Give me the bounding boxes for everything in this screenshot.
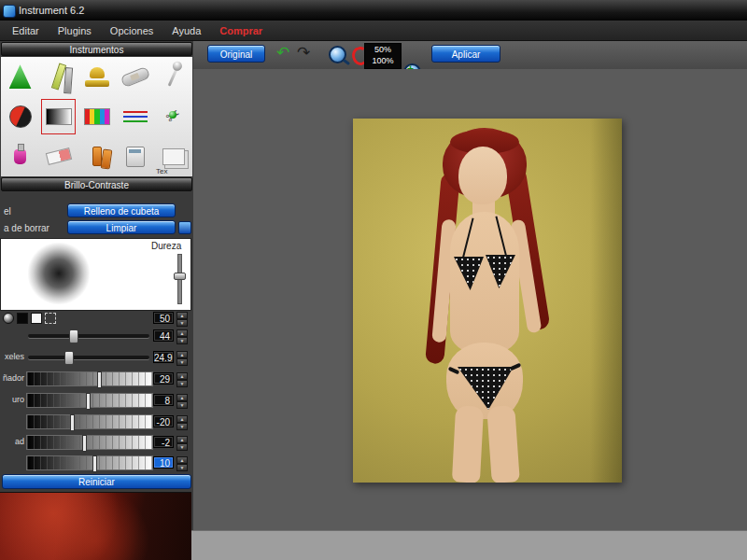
slider-spinner: ▲ ▼ [176,394,188,407]
slider-row: ad -2 ▲ ▼ [0,435,191,450]
spin-down-button[interactable]: ▼ [176,358,188,366]
slider-label: ñador [0,373,24,383]
redo-icon[interactable]: ↷ [293,44,314,63]
tool-bandage-icon[interactable] [116,57,154,97]
slider-row: 44 ▲ ▼ [0,329,191,343]
spin-up-button[interactable]: ▲ [176,394,188,401]
spin-up-button[interactable]: ▲ [176,456,188,464]
menu-item-comprar[interactable]: Comprar [211,23,271,38]
original-button[interactable]: Original [207,45,265,63]
tool-colorbars-icon[interactable] [78,97,116,137]
tool-gradient-icon[interactable] [39,97,78,137]
tool-perfume-icon[interactable] [1,136,39,176]
slider-row: uro 8 ▲ ▼ [0,393,191,408]
slider-track[interactable] [26,435,153,450]
menu-item-ayuda[interactable]: Ayuda [163,23,209,38]
slider-value[interactable]: -20 [153,415,174,427]
app-icon [3,5,16,18]
slider-track[interactable] [26,414,153,429]
menu-bar: Editar Plugins Opciones Ayuda Comprar [0,21,747,41]
menu-item-opciones[interactable]: Opciones [102,23,162,38]
slider-track[interactable] [28,334,149,338]
spin-down-button[interactable]: ▼ [176,401,188,409]
tool-strokes-icon[interactable] [116,97,154,137]
tool-cone-icon[interactable] [1,57,39,97]
slider-spinner: ▲ ▼ [176,436,188,449]
tool-eraser-icon[interactable] [39,136,78,176]
tool-firecracker-icon[interactable] [78,136,116,176]
instruments-toolbox: ✂ Tex [1,57,192,176]
tool-pencils-icon[interactable] [39,57,78,97]
tool-scissors-icon[interactable]: ✂ [154,97,192,137]
slider-label: ad [0,437,24,446]
slider-spinner: ▲ ▼ [176,329,188,343]
background-color-swatch[interactable] [31,313,42,324]
slider-label: uro [0,395,24,404]
instruments-panel-header[interactable]: Instrumentos [1,42,192,56]
zoom-current: 50% [365,44,401,55]
brush-label: el [4,206,11,217]
spin-down-button[interactable]: ▼ [176,443,188,451]
spin-down-button[interactable]: ▼ [176,423,188,430]
spin-up-button[interactable]: ▲ [176,415,188,423]
title-bar[interactable]: Instrument 6.2 [0,0,747,21]
spin-up-button[interactable]: ▲ [176,436,188,443]
slider-spinner: ▲ ▼ [176,372,188,385]
undo-icon[interactable]: ↶ [273,44,293,63]
slider-row: 10 ▲ ▼ [0,455,191,470]
slider-value[interactable]: 44 [153,329,174,342]
tool-piercing-icon[interactable] [154,57,192,97]
apply-button[interactable]: Aplicar [431,45,500,63]
slider-value[interactable]: 24.9 [153,351,174,363]
slider-value[interactable]: 29 [153,372,174,385]
eraser-label: a de borrar [4,223,49,233]
brush-tip-preview [28,243,90,304]
zoom-preview-thumbnail[interactable] [0,492,191,560]
slider-value[interactable]: 8 [153,394,174,406]
hardness-value[interactable]: 50 [153,312,174,324]
slider-spinner: ▲ ▼ [176,456,188,469]
spin-up-button[interactable]: ▲ [176,372,188,380]
clear-options-box[interactable] [178,221,191,234]
slider-track[interactable] [26,455,153,470]
fill-bucket-button[interactable]: Relleno de cubeta [67,203,176,217]
text-tool-label: Tex [156,167,167,175]
menu-item-editar[interactable]: Editar [4,23,48,38]
slider-track[interactable] [28,356,149,359]
brush-ball-icon[interactable] [3,313,14,324]
tool-calculator-icon[interactable] [116,136,154,176]
reset-button[interactable]: Reiniciar [2,474,191,489]
foreground-color-swatch[interactable] [17,313,28,324]
photo-shadow [590,119,622,483]
hardness-slider-thumb[interactable] [174,273,186,280]
spin-up-button[interactable]: ▲ [176,329,188,337]
window-title: Instrument 6.2 [19,0,84,21]
figure-left-leg [452,405,484,483]
spin-up-button[interactable]: ▲ [176,312,188,319]
selection-icon[interactable] [45,313,56,324]
figure-face [458,147,507,204]
clear-button[interactable]: Limpiar [67,220,176,234]
brillo-contraste-header[interactable]: Brillo-Contraste [1,177,192,191]
spin-down-button[interactable]: ▼ [176,337,188,344]
slider-value[interactable]: 10 [153,456,174,469]
tool-text-layers-icon[interactable]: Tex [154,136,192,176]
slider-value[interactable]: -2 [153,436,174,448]
figure-right-leg [486,405,520,483]
tool-halftone-icon[interactable] [1,97,39,137]
zoom-lens-icon[interactable] [329,46,346,63]
spin-down-button[interactable]: ▼ [176,319,188,327]
app-window: Instrument 6.2 Editar Plugins Opciones A… [0,0,747,560]
spin-down-button[interactable]: ▼ [176,380,188,387]
tool-stamp-icon[interactable] [78,57,116,97]
spin-up-button[interactable]: ▲ [176,351,188,358]
slider-label: xeles [0,352,24,361]
slider-row: ñador 29 ▲ ▼ [0,371,191,386]
photo-image[interactable] [353,119,622,483]
spin-down-button[interactable]: ▼ [176,464,188,471]
slider-track[interactable] [26,393,153,408]
zoom-level-display[interactable]: 50% 100% [364,43,402,69]
menu-item-plugins[interactable]: Plugins [49,23,100,38]
brillo-contraste-title: Brillo-Contraste [64,180,129,190]
slider-track[interactable] [26,371,153,386]
